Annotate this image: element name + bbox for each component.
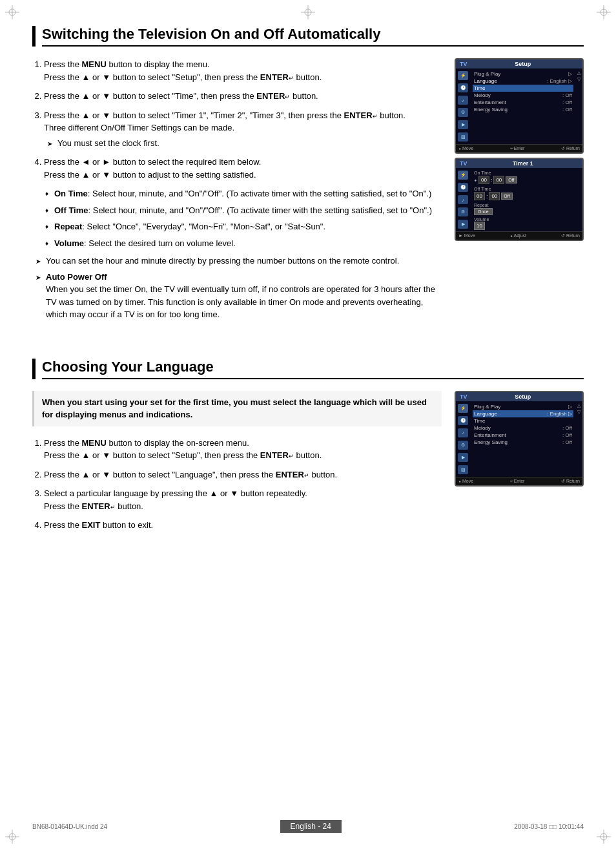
step3: Press the ▲ or ▼ button to select "Timer… — [44, 109, 442, 150]
setup-body-1: ⚡ 🕐 ♪ ⚙ ▶ ▨ Plug & Play ▷ — [456, 68, 582, 144]
step2: Press the ▲ or ▼ button to select "Time"… — [44, 90, 442, 103]
s2-footer-return: ↺ Return — [561, 479, 580, 484]
icon-bar: ▨ — [458, 132, 468, 142]
ent-value: : Off — [562, 100, 572, 105]
off-time-btn: Off — [501, 193, 512, 200]
s2-step3-enter: ENTER — [82, 501, 110, 511]
s2-menu-item-melody: Melody : Off — [473, 424, 573, 432]
tv-label-2: TV — [460, 393, 467, 400]
s2-lang-value: : English ▷ — [547, 411, 572, 417]
step3-arrow1: You must set the clock first. — [47, 137, 442, 150]
off-time-m: 00 — [489, 192, 500, 200]
section2-title: Choosing Your Language — [42, 359, 584, 379]
s2-plug-arrow: ▷ — [568, 404, 572, 410]
s2-energy-name: Energy Saving — [474, 439, 508, 445]
menu-item-time: Time — [473, 85, 573, 92]
s2-plug-name: Plug & Play — [474, 404, 500, 410]
plug-arrow: ▷ — [568, 71, 572, 77]
volume-label: Volume — [474, 217, 580, 222]
section2-title-bar: Choosing Your Language — [32, 359, 584, 379]
tv-label-1: TV — [460, 61, 467, 67]
section2-layout: When you start using your set for the fi… — [32, 391, 584, 538]
s2-icon-note: ♪ — [458, 428, 468, 437]
corner-mark-bl — [5, 830, 19, 844]
ent-name: Entertainment — [474, 100, 506, 105]
s2-ent-name: Entertainment — [474, 432, 506, 438]
melody-value: : Off — [562, 92, 572, 98]
diamond-volume: Volume: Select the desired turn on volum… — [45, 237, 442, 250]
s2-icon-clock: 🕐 — [458, 416, 468, 425]
s2-melody-name: Melody — [474, 425, 491, 431]
melody-name: Melody — [474, 92, 491, 98]
on-time-m: 00 — [493, 176, 504, 184]
s2-footer-enter: ↵Enter — [510, 479, 525, 484]
section1-bar — [32, 26, 36, 47]
setup-screen-2-header: TV Setup — [456, 392, 582, 401]
energy-value: : Off — [562, 107, 572, 112]
page-number-box: English - 24 — [280, 820, 342, 833]
energy-name: Energy Saving — [474, 107, 508, 112]
s2-step1-menu: MENU — [82, 438, 107, 448]
s2-step1: Press the MENU button to display the on-… — [44, 437, 442, 462]
section1-title-bar: Switching the Television On and Off Auto… — [32, 26, 584, 47]
menu-item-plug: Plug & Play ▷ — [473, 70, 573, 78]
s2-time-name: Time — [474, 418, 485, 424]
section1-screens: TV Setup ⚡ 🕐 ♪ ⚙ ▶ ▨ — [455, 58, 584, 326]
repeat-val: Once — [474, 208, 493, 215]
repeat-row: Once — [474, 208, 580, 215]
footer-left: BN68-01464D-UK.indd 24 — [32, 823, 107, 830]
setup-icons-1: ⚡ 🕐 ♪ ⚙ ▶ ▨ — [456, 68, 471, 144]
setup-menu-content-2: Plug & Play ▷ Language : English ▷ Time — [471, 401, 575, 477]
step3-enter: ENTER — [344, 110, 373, 120]
off-time-row: 00 : 00 Off — [474, 192, 580, 200]
section1-layout: Press the MENU button to display the men… — [32, 58, 584, 326]
volume-row: 10 — [474, 222, 580, 229]
diamond-repeat: Repeat: Select "Once", "Everyday", "Mon~… — [45, 220, 442, 233]
timer-icon-film: ▶ — [458, 220, 468, 229]
step1-enter: ENTER — [260, 72, 289, 82]
menu-item-energy: Energy Saving : Off — [473, 106, 573, 113]
time-name: Time — [474, 85, 485, 91]
icon-note: ♪ — [458, 96, 468, 105]
diamond-list: On Time: Select hour, minute, and "On"/"… — [45, 187, 442, 249]
on-time-h: 00 — [478, 176, 489, 184]
step1-menu: MENU — [82, 59, 107, 69]
setup-screen-1: TV Setup ⚡ 🕐 ♪ ⚙ ▶ ▨ — [455, 58, 584, 154]
diamond-off-time: Off Time: Select hour, minute, and "On"/… — [45, 204, 442, 217]
setup-footer-1: ⬥ Move ↵Enter ↺ Return — [456, 144, 582, 152]
timer-title: Timer 1 — [513, 160, 533, 167]
section1-title: Switching the Television On and Off Auto… — [42, 26, 584, 47]
nav-arrows-2: △ ▽ — [575, 401, 582, 477]
setup-menu-content-1: Plug & Play ▷ Language : English ▷ Time — [471, 68, 575, 144]
section2-bar — [32, 359, 36, 379]
corner-mark-tr — [597, 5, 611, 19]
timer-footer-move: ► Move — [458, 233, 475, 238]
timer-header: TV Timer 1 — [456, 159, 582, 168]
lang-name: Language — [474, 78, 497, 84]
on-time-label: On Time — [474, 171, 580, 175]
on-time-row: ⬥ 00 : 00 Off — [474, 176, 580, 184]
nav-down: ▽ — [577, 77, 580, 82]
footer-return-1: ↺ Return — [561, 146, 580, 151]
menu-item-ent: Entertainment : Off — [473, 99, 573, 106]
diamond-on-time: On Time: Select hour, minute, and "On"/"… — [45, 187, 442, 200]
timer-icon-gear: ⚙ — [458, 207, 468, 216]
nav-arrows-1: △ ▽ — [575, 68, 582, 144]
off-time-colon: : — [486, 193, 488, 200]
s2-step2-enter: ENTER — [276, 470, 304, 479]
s2-icon-plug: ⚡ — [458, 404, 468, 413]
setup-screen-1-header: TV Setup — [456, 59, 582, 68]
tv-label-timer: TV — [460, 160, 467, 167]
section1-steps: Press the MENU button to display the men… — [44, 58, 442, 181]
timer-icons: ⚡ 🕐 ♪ ⚙ ▶ — [456, 168, 471, 231]
s2-step4: Press the EXIT button to exit. — [44, 519, 442, 532]
s2-icon-film: ▶ — [458, 453, 468, 462]
menu-item-language: Language : English ▷ — [473, 78, 573, 85]
setup-icons-2: ⚡ 🕐 ♪ ⚙ ▶ ▨ — [456, 401, 471, 477]
off-time-h: 00 — [474, 192, 485, 200]
arrow-note1: You can set the hour and minute directly… — [36, 255, 442, 267]
section1: Switching the Television On and Off Auto… — [32, 26, 584, 326]
timer-icon-plug: ⚡ — [458, 171, 468, 180]
s2-footer-move: ⬥ Move — [458, 479, 473, 484]
section2-screens: TV Setup ⚡ 🕐 ♪ ⚙ ▶ ▨ — [455, 391, 584, 538]
